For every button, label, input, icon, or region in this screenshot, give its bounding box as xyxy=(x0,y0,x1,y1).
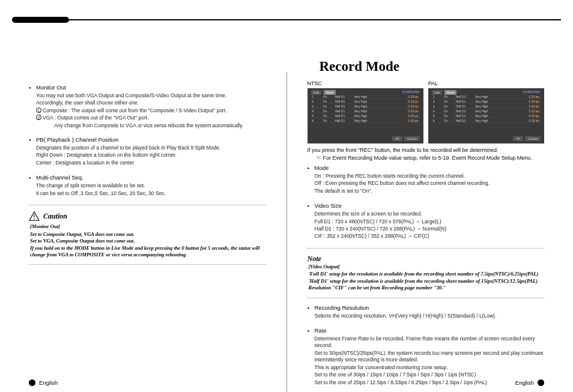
right-page: Record Mode NTSC Live Mode SAMSUNG 1OnHa… xyxy=(286,72,574,392)
item-video-size: Video Size Determines the size of a scre… xyxy=(308,202,545,241)
item-text: Composite : The output will come out fro… xyxy=(43,107,227,113)
shot-cell: Very High xyxy=(354,95,399,98)
shot-cell: 0.33 ips xyxy=(524,114,539,118)
shot-label-pal: PAL xyxy=(428,80,544,86)
item-monitor-out: Monitor Out You may not use both VGA Out… xyxy=(29,84,266,129)
shot-cell: On xyxy=(323,119,332,122)
item-text: Selects the recording resolution. VH(Ver… xyxy=(315,313,545,319)
caution-line: If you hold on to the MODE button in Liv… xyxy=(30,245,266,259)
item-text: Any change from Composite to VGA or vice… xyxy=(36,122,266,129)
note-line: 'Full D1' setup for the resolution is av… xyxy=(309,271,545,277)
shot-cell: 3 xyxy=(433,104,440,108)
shot-table-row: 4OnHalf D1Very High0.33 ips xyxy=(311,109,420,113)
shot-cell: 5 xyxy=(433,114,440,118)
shot-cell: Half D1 xyxy=(456,104,471,108)
shot-cell: 1 xyxy=(312,95,320,98)
intro-sub-text: For Event Recording Mode value setup, re… xyxy=(323,155,532,161)
note-subhead: [Video Output] xyxy=(309,264,545,270)
shot-cell: Very High xyxy=(354,100,399,103)
shot-cancel-button: Cancel xyxy=(404,136,420,141)
shot-cancel-button: Cancel xyxy=(525,136,541,141)
bullet-dot xyxy=(308,164,315,195)
shot-cell: On xyxy=(444,95,452,98)
shot-cell: On xyxy=(444,119,452,122)
shot-cell: Half D1 xyxy=(335,95,351,98)
shot-cell: Half D1 xyxy=(456,95,471,98)
shot-cell: On xyxy=(323,95,332,98)
circled-2-icon: 2 xyxy=(36,115,41,120)
shot-cell: Half D1 xyxy=(335,119,351,122)
item-multichannel: Multi-channel Seq. The change of split s… xyxy=(29,174,266,198)
shot-label-ntsc: NTSC xyxy=(308,80,423,86)
footer-dot-icon xyxy=(29,379,35,386)
footer-dot-icon xyxy=(538,379,544,386)
footer-lang: English xyxy=(39,379,58,386)
item-text: 1Composite : The output will come out fr… xyxy=(36,107,266,114)
shot-cell: 4 xyxy=(312,109,320,113)
note-block: Note [Video Output] 'Full D1' setup for … xyxy=(308,255,545,292)
shot-cell: On xyxy=(323,109,332,113)
shot-cell: 3 xyxy=(312,104,320,108)
item-text: It can be set to Off ,3 Sec,5 Sec, 10 Se… xyxy=(36,190,266,197)
pointer-hand-icon: ☞ xyxy=(316,154,321,161)
svg-point-1 xyxy=(34,219,35,220)
shot-table-row: 4OnHalf D1Very High0.33 ips xyxy=(432,109,541,113)
screenshot-row: NTSC Live Mode SAMSUNG 1OnHalf D1Very Hi… xyxy=(308,80,545,143)
shot-cell: 0.33 ips xyxy=(524,95,539,98)
shot-cell: On xyxy=(323,104,332,108)
item-text: You may not use both VGA Output and Comp… xyxy=(36,92,266,99)
bullet-dot xyxy=(308,304,315,320)
shot-cell: Half D1 xyxy=(335,109,351,113)
item-rate: Rate Determines Frame Rate to be recorde… xyxy=(308,327,545,387)
intro-line: If you press the front "REC" button, the… xyxy=(308,147,545,153)
shot-cell: 5 xyxy=(312,114,320,118)
caution-block: Caution [Monitor Out] Set to Composite O… xyxy=(29,211,266,258)
shot-cell: Half D1 xyxy=(456,100,471,103)
item-head: Mode xyxy=(315,164,545,172)
dotted-separator xyxy=(29,205,266,205)
shot-cell: 0.33 ips xyxy=(403,95,419,98)
shot-cell: 4 xyxy=(433,109,440,113)
shot-table-row: 6OnHalf D1Very High0.33 ips xyxy=(432,118,541,123)
bullet-dot xyxy=(308,327,315,387)
shot-cell: On xyxy=(444,114,452,118)
item-head: PB( Playback ) Channel Position xyxy=(36,136,266,144)
shot-cell: 0.33 ips xyxy=(524,109,539,113)
shot-cell: Very High xyxy=(475,100,520,103)
item-text: Accordingly, the user shall choose eithe… xyxy=(36,100,266,106)
item-text: Set to the one of 25ips / 12.5ips / 8.33… xyxy=(315,379,545,386)
shot-cell: On xyxy=(444,100,452,103)
shot-cell: Very High xyxy=(475,104,520,108)
item-text: Determines Frame Rate to be recorded. Fr… xyxy=(315,336,545,349)
shot-cell: 0.33 ips xyxy=(524,104,539,108)
shot-cell: Very High xyxy=(475,95,520,98)
shot-tab: Live xyxy=(311,90,321,95)
shot-cell: Half D1 xyxy=(456,114,471,118)
item-text: Set to 30ips(NTSC)/25ips(PAL), the syste… xyxy=(315,350,545,364)
item-rec-resolution: Recording Resolution Selects the recordi… xyxy=(308,304,545,320)
shot-cell: On xyxy=(444,109,452,113)
shot-cell: On xyxy=(323,100,332,103)
shot-cell: 0.33 ips xyxy=(403,119,419,122)
circled-1-icon: 1 xyxy=(36,107,41,113)
bullet-dot xyxy=(29,136,36,167)
item-mode: Mode On : Pressing the REC button starts… xyxy=(308,164,545,195)
shot-cell: 0.33 ips xyxy=(403,104,419,108)
item-text: The change of split screen is available … xyxy=(36,182,266,189)
item-text: Set to the one of 30ips / 15ips / 10ips … xyxy=(315,372,545,378)
shot-cell: Very High xyxy=(475,119,520,122)
shot-cell: 1 xyxy=(433,95,440,98)
caution-line: Set to VGA, Composite Output does not co… xyxy=(30,238,266,244)
shot-cell: 0.33 ips xyxy=(403,114,419,118)
shot-cell: 6 xyxy=(433,119,440,122)
shot-cell: Half D1 xyxy=(335,114,351,118)
bullet-dot xyxy=(29,174,36,198)
item-text: Half D1 : 720 x 240(NTSC) / 720 x 288(PA… xyxy=(315,226,545,232)
item-text: This is appropriate for concentrated mon… xyxy=(315,364,545,371)
item-head: Monitor Out xyxy=(36,84,266,92)
item-pb-channel: PB( Playback ) Channel Position Designat… xyxy=(29,136,266,167)
item-text: The default is set to "On". xyxy=(315,188,545,194)
shot-cell: Very High xyxy=(354,104,399,108)
caution-line: Set to Composite Output, VGA does not co… xyxy=(30,231,266,238)
shot-cell: Half D1 xyxy=(335,100,351,103)
